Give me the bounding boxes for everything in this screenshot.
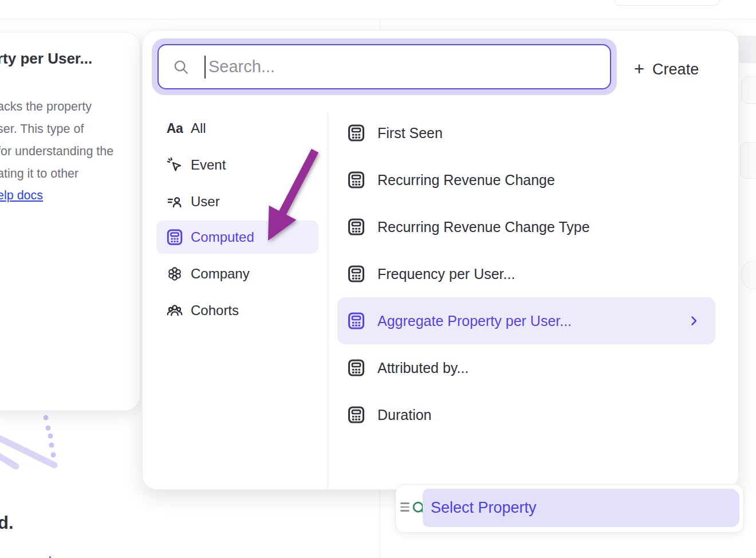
text-format-icon: Aa [164, 119, 185, 138]
tooltip-line: acks the property [0, 96, 113, 118]
search-field[interactable] [158, 44, 611, 89]
search-input[interactable] [207, 57, 610, 77]
calculator-icon [346, 170, 366, 190]
property-tooltip: rty per User... acks the property ser. T… [0, 32, 140, 411]
partial-property-link[interactable]: property [2, 553, 60, 558]
tooltip-line: ser. This type of [0, 118, 113, 140]
search-focus-ring [152, 38, 617, 95]
company-flower-icon [164, 264, 185, 284]
partial-heading-text: d. [0, 513, 14, 533]
calculator-icon [346, 123, 366, 143]
background-card-edge [741, 76, 756, 104]
category-item-all[interactable]: Aa All [156, 112, 318, 145]
category-item-computed[interactable]: Computed [156, 221, 318, 254]
tooltip-line: ating it to other [0, 163, 113, 185]
property-item-recurring-revenue-change-type[interactable]: Recurring Revenue Change Type [337, 203, 715, 250]
calculator-icon [346, 358, 366, 378]
property-label: First Seen [377, 125, 443, 142]
screen: d. property rty per User... acks the pro… [0, 0, 756, 558]
top-divider [0, 19, 756, 19]
background-panel-band [738, 36, 756, 63]
category-label: Company [191, 266, 250, 282]
property-item-aggregate-property-per-user[interactable]: Aggregate Property per User... [337, 297, 715, 344]
calculator-icon [346, 264, 366, 284]
plus-icon: + [634, 59, 644, 80]
calculator-icon [346, 217, 366, 237]
property-item-duration[interactable]: Duration [337, 391, 715, 438]
help-docs-link[interactable]: elp docs [0, 188, 43, 203]
tooltip-title: rty per User... [0, 50, 92, 68]
category-label: Computed [191, 229, 254, 245]
partial-top-button[interactable] [614, 0, 720, 6]
calculator-icon [346, 311, 366, 331]
property-item-first-seen[interactable]: First Seen [337, 109, 715, 156]
calculator-icon [346, 405, 366, 425]
select-property-button[interactable]: Select Property [423, 489, 739, 527]
property-label: Duration [377, 407, 432, 423]
property-item-recurring-revenue-change[interactable]: Recurring Revenue Change [337, 156, 715, 203]
cohorts-people-icon [164, 301, 185, 320]
cursor-click-icon [164, 155, 185, 175]
category-item-company[interactable]: Company [156, 257, 318, 290]
search-icon [172, 58, 190, 76]
create-button[interactable]: + Create [634, 57, 699, 82]
property-label: Recurring Revenue Change [377, 172, 555, 188]
sidebar-divider [328, 112, 328, 489]
property-label: Recurring Revenue Change Type [377, 219, 590, 235]
category-label: All [191, 120, 206, 136]
category-item-cohorts[interactable]: Cohorts [156, 294, 318, 327]
property-picker-modal: + Create Aa All Event [142, 30, 739, 490]
chevron-right-icon [687, 314, 700, 328]
create-button-label: Create [652, 61, 699, 78]
category-label: Event [191, 157, 226, 173]
calculator-icon [164, 227, 185, 247]
tooltip-line: for understanding the [0, 140, 113, 163]
property-label: Aggregate Property per User... [377, 313, 572, 329]
tooltip-description: acks the property ser. This type of for … [0, 96, 113, 185]
background-card-edge [741, 261, 756, 289]
select-property-label: Select Property [431, 499, 537, 517]
category-item-event[interactable]: Event [156, 148, 318, 182]
property-item-frequency-per-user[interactable]: Frequency per User... [337, 250, 715, 297]
drag-handle-icon[interactable] [400, 502, 410, 514]
user-list-icon [164, 192, 185, 211]
text-caret [204, 56, 206, 78]
property-label: Frequency per User... [377, 266, 515, 282]
category-label: User [191, 194, 220, 210]
background-card-edge [740, 142, 756, 179]
category-label: Cohorts [191, 302, 239, 319]
property-item-attributed-by[interactable]: Attributed by... [337, 344, 715, 391]
category-item-user[interactable]: User [156, 185, 318, 218]
property-label: Attributed by... [377, 360, 468, 376]
aa-glyph: Aa [167, 121, 183, 136]
property-selector: Select Property [395, 484, 744, 533]
